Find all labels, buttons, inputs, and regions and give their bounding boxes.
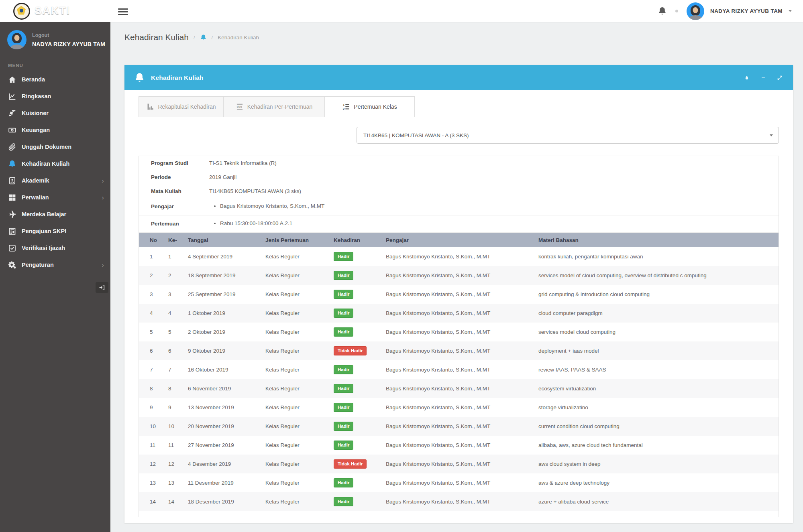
sakti-logo-icon <box>13 3 30 20</box>
cell-materi: deployment + iaas model <box>538 341 779 360</box>
tab-kehadiran-per-pertemuan[interactable]: xxxKehadiran Per-Pertemuan <box>224 96 325 117</box>
sidebar-item-beranda[interactable]: Beranda <box>0 71 110 88</box>
sidebar-item-verifikasi-ijazah[interactable]: Verifikasi Ijazah <box>0 240 110 256</box>
info-label: Pertemuan <box>151 220 209 227</box>
fan-cards-icon <box>8 109 16 118</box>
table-row: 9913 November 2019Kelas RegulerHadirBagu… <box>139 398 779 417</box>
logout-link[interactable]: Logout <box>32 32 105 38</box>
sidebar-item-label: Ringkasan <box>22 93 51 99</box>
cell-ke: 7 <box>168 360 188 379</box>
menu-toggle-button[interactable] <box>116 5 130 17</box>
table-row: 101020 November 2019Kelas RegulerHadirBa… <box>139 417 779 436</box>
cell-tanggal: 1 Oktober 2019 <box>188 304 265 323</box>
table-row: 111127 November 2019Kelas RegulerHadirBa… <box>139 436 779 455</box>
sidebar-collapse-button[interactable] <box>96 282 108 293</box>
tab-list-ol-icon: 12 <box>342 103 350 111</box>
cell-materi: alibaba, aws, azure cloud tech fundament… <box>538 436 779 455</box>
cell-no: 1 <box>139 247 168 266</box>
tint-icon[interactable] <box>744 75 750 81</box>
column-header: Tanggal <box>188 233 265 247</box>
cell-tanggal: 18 Desember 2019 <box>188 492 265 511</box>
cell-no: 14 <box>139 492 168 511</box>
tab-label: Pertemuan Kelas <box>354 104 397 110</box>
sidebar-item-kehadiran-kuliah[interactable]: Kehadiran Kuliah <box>0 155 110 172</box>
chart-line-icon <box>8 92 16 101</box>
breadcrumb-separator: / <box>212 35 213 41</box>
attendance-badge: Hadir <box>334 384 353 394</box>
sidebar-item-label: Pengaturan <box>22 262 54 268</box>
sidebar-item-pengaturan[interactable]: Pengaturan› <box>0 256 110 273</box>
user-menu[interactable]: NADYA RIZKY AYYUB TAM <box>710 8 783 14</box>
svg-text:1: 1 <box>343 103 345 107</box>
info-value: 2019 Ganjil <box>209 174 236 180</box>
info-row: PertemuanRabu 15:30:00-18:00:00 A.2.1 <box>139 215 779 233</box>
sidebar-item-label: Unggah Dokumen <box>22 144 71 150</box>
course-select[interactable]: TI14KB65 | KOMPUTASI AWAN - A (3 SKS) <box>357 127 779 144</box>
cell-pengajar: Bagus Kristomoyo Kristanto, S.Kom., M.MT <box>386 266 538 285</box>
panel-tools <box>744 75 783 81</box>
cell-pengajar: Bagus Kristomoyo Kristanto, S.Kom., M.MT <box>386 379 538 398</box>
course-select-value: TI14KB65 | KOMPUTASI AWAN - A (3 SKS) <box>363 132 469 138</box>
user-avatar[interactable] <box>687 2 704 20</box>
cell-pengajar: Bagus Kristomoyo Kristanto, S.Kom., M.MT <box>386 341 538 360</box>
notifications-bell-icon[interactable] <box>658 6 667 16</box>
cell-tanggal: 11 Desember 2019 <box>188 473 265 492</box>
grid-icon <box>8 193 16 202</box>
expand-icon[interactable] <box>777 75 783 81</box>
cell-jenis: Kelas Reguler <box>265 436 334 455</box>
table-header-row: NoKe-TanggalJenis PertemuanKehadiranPeng… <box>139 233 779 247</box>
cell-ke: 10 <box>168 417 188 436</box>
cell-pengajar: Bagus Kristomoyo Kristanto, S.Kom., M.MT <box>386 323 538 341</box>
table-row: 552 Oktober 2019Kelas RegulerHadirBagus … <box>139 323 779 341</box>
sidebar-item-unggah-dokumen[interactable]: Unggah Dokumen <box>0 138 110 155</box>
cell-jenis: Kelas Reguler <box>265 341 334 360</box>
sidebar-item-pengajuan-skpi[interactable]: Pengajuan SKPI <box>0 223 110 240</box>
cell-no: 11 <box>139 436 168 455</box>
course-detail-box: Program StudiTI-S1 Teknik Informatika (R… <box>139 156 779 517</box>
sidebar-item-label: Verifikasi Ijazah <box>22 245 65 251</box>
cell-tanggal: 6 November 2019 <box>188 379 265 398</box>
panel-title: Kehadiran Kuliah <box>151 74 204 81</box>
cell-ke: 12 <box>168 455 188 473</box>
attendance-badge: Hadir <box>334 478 353 488</box>
table-row: 3325 September 2019Kelas RegulerHadirBag… <box>139 285 779 304</box>
table-row: 131311 Desember 2019Kelas RegulerHadirBa… <box>139 473 779 492</box>
panel-body: Rekapitulasi KehadiranxxxKehadiran Per-P… <box>124 90 793 523</box>
sidebar-item-ringkasan[interactable]: Ringkasan <box>0 88 110 105</box>
table-row: 7716 Oktober 2019Kelas RegulerHadirBagus… <box>139 360 779 379</box>
cell-pengajar: Bagus Kristomoyo Kristanto, S.Kom., M.MT <box>386 304 538 323</box>
minimize-icon[interactable] <box>760 75 766 81</box>
sidebar-item-perwalian[interactable]: Perwalian› <box>0 189 110 206</box>
tab-pertemuan-kelas[interactable]: 12Pertemuan Kelas <box>325 96 415 117</box>
sidebar-item-label: Kehadiran Kuliah <box>22 160 69 167</box>
attendance-badge: Hadir <box>334 365 353 375</box>
info-row: Program StudiTI-S1 Teknik Informatika (R… <box>139 156 779 170</box>
attendance-badge: Hadir <box>334 309 353 318</box>
cell-no: 2 <box>139 266 168 285</box>
sidebar-item-label: Perwalian <box>22 194 49 201</box>
check-square-icon <box>8 244 16 252</box>
brand-name: SAKTI <box>35 5 70 17</box>
cell-tanggal: 16 Oktober 2019 <box>188 360 265 379</box>
info-value-list: Bagus Kristomoyo Kristanto, S.Kom., M.MT <box>209 203 324 209</box>
sidebar-user-avatar[interactable] <box>7 30 26 49</box>
course-info: Program StudiTI-S1 Teknik Informatika (R… <box>139 156 779 233</box>
bell-icon <box>8 160 16 168</box>
cell-materi: review IAAS, PAAS & SAAS <box>538 360 779 379</box>
sidebar-item-keuangan[interactable]: Keuangan <box>0 122 110 138</box>
sidebar-user-panel: Logout NADYA RIZKY AYYUB TAM <box>0 22 110 57</box>
cell-tanggal: 25 September 2019 <box>188 285 265 304</box>
info-value: TI14KB65 KOMPUTASI AWAN (3 sks) <box>209 188 301 194</box>
sidebar-item-kuisioner[interactable]: Kuisioner <box>0 105 110 122</box>
id-card-icon <box>8 177 16 185</box>
cell-no: 6 <box>139 341 168 360</box>
table-row: 669 Oktober 2019Kelas RegulerTidak Hadir… <box>139 341 779 360</box>
cell-no: 9 <box>139 398 168 417</box>
brand: SAKTI <box>0 3 110 20</box>
top-navbar: SAKTI NADYA RIZKY AYYUB TAM <box>0 0 803 22</box>
cell-jenis: Kelas Reguler <box>265 398 334 417</box>
sidebar-item-merdeka-belajar[interactable]: Merdeka Belajar <box>0 206 110 223</box>
chevron-right-icon: › <box>102 262 104 268</box>
tab-rekapitulasi-kehadiran[interactable]: Rekapitulasi Kehadiran <box>139 96 224 117</box>
sidebar-item-akademik[interactable]: Akademik› <box>0 172 110 189</box>
